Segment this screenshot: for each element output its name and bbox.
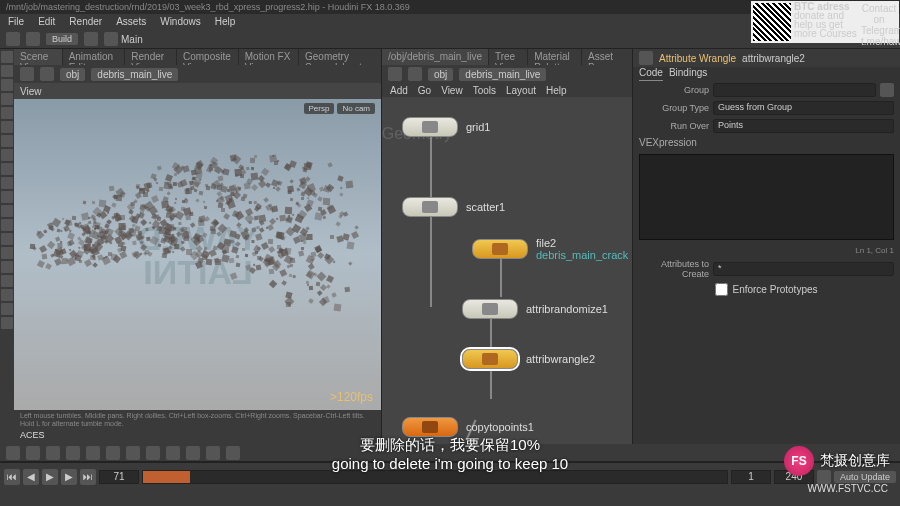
tab-geo-spreadsheet[interactable]: Geometry Spreadsheet [299, 49, 381, 65]
tool-icon[interactable] [1, 177, 13, 189]
tab-composite-view[interactable]: Composite View [177, 49, 238, 65]
display-icon[interactable] [206, 446, 220, 460]
node-attribrandomize1[interactable]: attribrandomize1 [462, 299, 608, 319]
path-obj[interactable]: obj [428, 68, 453, 81]
node-grid1[interactable]: grid1 [402, 117, 490, 137]
rotate-tool-icon[interactable] [1, 79, 13, 91]
move-tool-icon[interactable] [1, 65, 13, 77]
enforce-checkbox[interactable] [715, 283, 728, 296]
display-icon[interactable] [186, 446, 200, 460]
tab-network-path[interactable]: /obj/debris_main_live [382, 49, 488, 65]
tool-icon[interactable] [1, 107, 13, 119]
display-icon[interactable] [226, 446, 240, 460]
display-icon[interactable] [26, 446, 40, 460]
tab-motion-fx[interactable]: Motion FX View [239, 49, 298, 65]
qr-code-icon [753, 3, 791, 41]
path-node[interactable]: debris_main_live [459, 68, 546, 81]
tab-material-palette[interactable]: Material Palette [528, 49, 581, 65]
menu-file[interactable]: File [8, 16, 24, 28]
vex-editor[interactable] [639, 154, 894, 240]
back-icon[interactable] [20, 67, 34, 81]
scale-tool-icon[interactable] [1, 93, 13, 105]
tool-icon[interactable] [1, 289, 13, 301]
grouptype-select[interactable]: Guess from Group [713, 101, 894, 115]
play-icon[interactable]: ▶ [42, 469, 58, 485]
start-frame-field[interactable]: 1 [731, 470, 771, 484]
persp-button[interactable]: Persp [304, 103, 335, 114]
node-name-field[interactable]: attribwrangle2 [742, 53, 805, 64]
tool-icon[interactable] [1, 233, 13, 245]
node-sublabel: debris_main_crack [536, 249, 628, 261]
tool-icon[interactable] [1, 121, 13, 133]
frame-field[interactable]: 71 [99, 470, 139, 484]
display-icon[interactable] [126, 446, 140, 460]
group-select-icon[interactable] [880, 83, 894, 97]
path-node[interactable]: debris_main_live [91, 68, 178, 81]
group-field[interactable] [713, 83, 876, 97]
pin-icon[interactable] [639, 51, 653, 65]
path-obj[interactable]: obj [60, 68, 85, 81]
tool-icon[interactable] [1, 261, 13, 273]
menu-edit[interactable]: Edit [38, 16, 55, 28]
tool-icon[interactable] [1, 219, 13, 231]
menu-render[interactable]: Render [69, 16, 102, 28]
tab-animation-editor[interactable]: Animation Editor [63, 49, 125, 65]
menu-windows[interactable]: Windows [160, 16, 201, 28]
tab-scene-view[interactable]: Scene View [14, 49, 62, 65]
display-icon[interactable] [46, 446, 60, 460]
tool-icon[interactable] [1, 191, 13, 203]
tab-asset-browser[interactable]: Asset Browser [582, 49, 632, 65]
next-frame-icon[interactable]: ▶ [61, 469, 77, 485]
menu-add[interactable]: Add [390, 85, 408, 95]
menu-help[interactable]: Help [546, 85, 567, 95]
tab-tree-view[interactable]: Tree View [489, 49, 527, 65]
node-scatter1[interactable]: scatter1 [402, 197, 505, 217]
display-icon[interactable] [146, 446, 160, 460]
tab-code[interactable]: Code [639, 67, 663, 81]
node-label: file2 [536, 237, 628, 249]
tool-icon[interactable] [1, 149, 13, 161]
back-icon[interactable] [388, 67, 402, 81]
display-icon[interactable] [66, 446, 80, 460]
display-icon[interactable] [6, 446, 20, 460]
node-copytopoints1[interactable]: copytopoints1 [402, 417, 534, 437]
tool-icon[interactable] [1, 247, 13, 259]
forward-icon[interactable] [40, 67, 54, 81]
display-icon[interactable] [166, 446, 180, 460]
display-icon[interactable] [86, 446, 100, 460]
menu-go[interactable]: Go [418, 85, 431, 95]
colorspace-label[interactable]: ACES [14, 430, 381, 444]
menu-layout[interactable]: Layout [506, 85, 536, 95]
subtitles: 要删除的话，我要保留10% going to delete i'm going … [332, 436, 568, 472]
camera-button[interactable]: No cam [337, 103, 375, 114]
first-frame-icon[interactable]: ⏮ [4, 469, 20, 485]
back-icon[interactable] [6, 32, 20, 46]
tab-render-view[interactable]: Render View [125, 49, 176, 65]
menu-view[interactable]: View [441, 85, 463, 95]
menu-assets[interactable]: Assets [116, 16, 146, 28]
node-attribwrangle2[interactable]: attribwrangle2 [462, 349, 595, 369]
menu-tools[interactable]: Tools [473, 85, 496, 95]
tool-icon[interactable] [1, 205, 13, 217]
tool-icon[interactable] [1, 163, 13, 175]
home-icon[interactable] [104, 32, 118, 46]
runover-select[interactable]: Points [713, 119, 894, 133]
viewport[interactable]: Persp No cam YAWEDLAITNI >120fps [14, 99, 381, 410]
tool-icon[interactable] [1, 317, 13, 329]
tool-icon[interactable] [1, 275, 13, 287]
menu-help[interactable]: Help [215, 16, 236, 28]
tab-bindings[interactable]: Bindings [669, 67, 707, 81]
select-tool-icon[interactable] [1, 51, 13, 63]
network-canvas[interactable]: Geometry grid1 scatter1 file2debris_main… [382, 97, 632, 444]
forward-icon[interactable] [408, 67, 422, 81]
forward-icon[interactable] [26, 32, 40, 46]
tool-icon[interactable] [84, 32, 98, 46]
tool-icon[interactable] [1, 135, 13, 147]
last-frame-icon[interactable]: ⏭ [80, 469, 96, 485]
desktop-selector[interactable]: Build [46, 33, 78, 45]
attrs-field[interactable]: * [713, 262, 894, 276]
node-file2[interactable]: file2debris_main_crack [472, 237, 628, 261]
display-icon[interactable] [106, 446, 120, 460]
prev-frame-icon[interactable]: ◀ [23, 469, 39, 485]
tool-icon[interactable] [1, 303, 13, 315]
